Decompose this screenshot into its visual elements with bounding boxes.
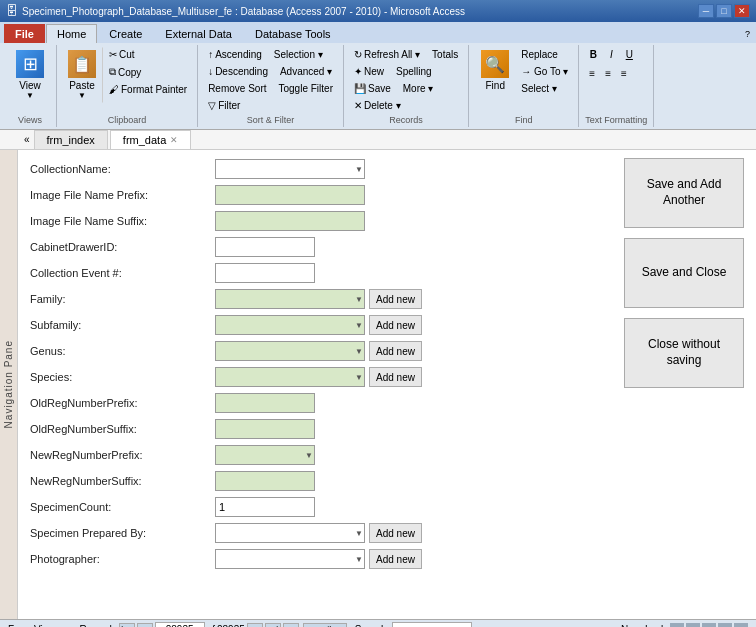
photographer-select[interactable] (215, 549, 365, 569)
status-icon-3 (702, 623, 716, 628)
tab-file[interactable]: File (4, 24, 45, 43)
tab-frm-data[interactable]: frm_data ✕ (110, 130, 191, 149)
species-select[interactable] (215, 367, 365, 387)
new-reg-prefix-select[interactable] (215, 445, 315, 465)
align-right-button[interactable]: ≡ (617, 66, 631, 81)
status-icon-2 (686, 623, 700, 628)
family-select[interactable] (215, 289, 365, 309)
status-icon-5 (734, 623, 748, 628)
genus-add-new-button[interactable]: Add new (369, 341, 422, 361)
descending-button[interactable]: ↓ Descending (204, 64, 272, 79)
copy-button[interactable]: ⧉ Copy (105, 64, 191, 80)
format-painter-button[interactable]: 🖌 Format Painter (105, 82, 191, 97)
navigation-pane[interactable]: Navigation Pane (0, 150, 18, 619)
collection-event-input[interactable] (215, 263, 315, 283)
selection-button[interactable]: Selection ▾ (270, 47, 327, 62)
align-left-button[interactable]: ≡ (585, 66, 599, 81)
maximize-button[interactable]: □ (716, 4, 732, 18)
records-group-title: Records (350, 113, 462, 125)
find-button[interactable]: 🔍 Find (475, 47, 515, 94)
photographer-add-new-button[interactable]: Add new (369, 549, 422, 569)
record-next-button[interactable]: ► (247, 623, 263, 628)
photographer-select-wrapper: ▼ (215, 549, 365, 569)
current-record-box[interactable]: 28935 (155, 622, 205, 628)
new-reg-suffix-input[interactable] (215, 471, 315, 491)
prepared-by-add-new-button[interactable]: Add new (369, 523, 422, 543)
toggle-filter-button[interactable]: Toggle Filter (275, 81, 337, 96)
advanced-button[interactable]: Advanced ▾ (276, 64, 336, 79)
save-record-button[interactable]: 💾 Save (350, 81, 395, 96)
cabinet-drawer-input[interactable] (215, 237, 315, 257)
tab-database-tools[interactable]: Database Tools (244, 24, 342, 43)
more-button[interactable]: More ▾ (399, 81, 438, 96)
paste-button[interactable]: 📋 Paste ▼ (63, 47, 103, 103)
tab-close-icon[interactable]: ✕ (170, 135, 178, 145)
save-and-add-button[interactable]: Save and Add Another (624, 158, 744, 228)
old-reg-suffix-input[interactable] (215, 419, 315, 439)
status-icons (670, 623, 748, 628)
ribbon-help[interactable]: ? (745, 29, 750, 39)
bold-button[interactable]: B (585, 47, 601, 62)
subfamily-select[interactable] (215, 315, 365, 335)
close-without-saving-button[interactable]: Close without saving (624, 318, 744, 388)
save-and-close-button[interactable]: Save and Close (624, 238, 744, 308)
ribbon-group-clipboard-content: 📋 Paste ▼ ✂ Cut ⧉ Copy 🖌 Format P (63, 47, 191, 113)
paste-label: Paste (69, 80, 95, 91)
refresh-button[interactable]: ↻ Refresh All ▾ (350, 47, 424, 62)
field-row-specimen-count: SpecimenCount: (30, 496, 744, 518)
copy-icon: ⧉ (109, 66, 116, 78)
title-bar-left: 🗄 Specimen_Photograph_Database_Multiuser… (6, 4, 465, 18)
italic-button[interactable]: I (603, 47, 619, 62)
descending-icon: ↓ (208, 66, 213, 77)
label-image-suffix: Image File Name Suffix: (30, 215, 215, 227)
app-icon: 🗄 (6, 4, 18, 18)
image-prefix-input[interactable] (215, 185, 365, 205)
ribbon-group-views-content: ⊞ View ▼ (10, 47, 50, 113)
record-prev-button[interactable]: ◄ (137, 623, 153, 628)
close-button[interactable]: ✕ (734, 4, 750, 18)
replace-button[interactable]: Replace (517, 47, 572, 62)
align-center-button[interactable]: ≡ (601, 66, 615, 81)
tab-create[interactable]: Create (98, 24, 153, 43)
tab-external-data[interactable]: External Data (154, 24, 243, 43)
family-add-new-button[interactable]: Add new (369, 289, 422, 309)
label-collection-name: CollectionName: (30, 163, 215, 175)
tab-frm-index[interactable]: frm_index (34, 130, 108, 149)
record-first-button[interactable]: |◄ (119, 623, 135, 628)
label-image-prefix: Image File Name Prefix: (30, 189, 215, 201)
new-record-button[interactable]: ✦ New (350, 64, 388, 79)
ascending-button[interactable]: ↑ Ascending (204, 47, 266, 62)
specimen-count-input[interactable] (215, 497, 315, 517)
genus-select[interactable] (215, 341, 365, 361)
tab-nav-left[interactable]: « (20, 132, 34, 147)
species-select-wrapper: ▼ (215, 367, 365, 387)
subfamily-select-wrapper: ▼ (215, 315, 365, 335)
no-filter-button[interactable]: No Filter (303, 623, 347, 628)
record-last-button[interactable]: ►| (265, 623, 281, 628)
spelling-button[interactable]: Spelling (392, 64, 436, 79)
select-button[interactable]: Select ▾ (517, 81, 572, 96)
totals-button[interactable]: Totals (428, 47, 462, 62)
filter-button[interactable]: ▽ Filter (204, 98, 244, 113)
record-new-button[interactable]: ►* (283, 623, 299, 628)
main-area: Navigation Pane Save and Add Another Sav… (0, 150, 756, 619)
prepared-by-select[interactable] (215, 523, 365, 543)
label-subfamily: Subfamily: (30, 319, 215, 331)
action-buttons: Save and Add Another Save and Close Clos… (624, 158, 744, 388)
goto-button[interactable]: → Go To ▾ (517, 64, 572, 79)
view-button[interactable]: ⊞ View ▼ (10, 47, 50, 103)
delete-button[interactable]: ✕ Delete ▾ (350, 98, 405, 113)
old-reg-prefix-input[interactable] (215, 393, 315, 413)
tab-home[interactable]: Home (46, 24, 97, 43)
subfamily-add-new-button[interactable]: Add new (369, 315, 422, 335)
find-icon: 🔍 (481, 50, 509, 78)
cut-button[interactable]: ✂ Cut (105, 47, 191, 62)
remove-sort-button[interactable]: Remove Sort (204, 81, 270, 96)
collection-name-select[interactable] (215, 159, 365, 179)
image-suffix-input[interactable] (215, 211, 365, 231)
ascending-icon: ↑ (208, 49, 213, 60)
species-add-new-button[interactable]: Add new (369, 367, 422, 387)
underline-button[interactable]: U (621, 47, 637, 62)
search-input[interactable] (392, 622, 472, 628)
minimize-button[interactable]: ─ (698, 4, 714, 18)
